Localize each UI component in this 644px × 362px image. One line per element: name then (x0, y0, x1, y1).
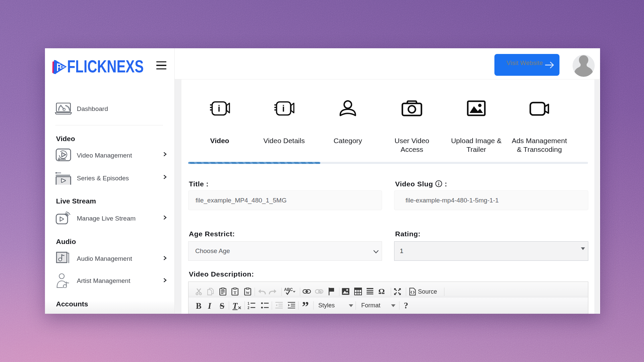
svg-text:i: i (218, 104, 220, 114)
svg-text:W: W (246, 291, 250, 295)
svg-text:ABC: ABC (284, 287, 293, 292)
svg-text:1: 1 (248, 302, 250, 305)
svg-text:i: i (282, 104, 285, 114)
svg-text:2: 2 (248, 306, 250, 309)
svg-text:T: T (233, 290, 236, 295)
